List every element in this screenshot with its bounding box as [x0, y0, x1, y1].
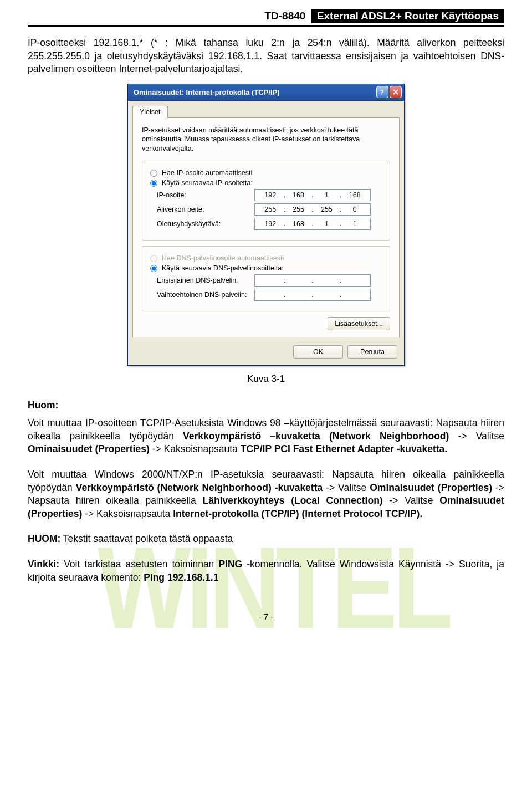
text: -> Kaksoisnapsauta — [85, 508, 173, 519]
tab-strip: Yleiset — [128, 101, 404, 117]
note-p2: Voit muuttaa Windows 2000/NT/XP:n IP-ase… — [28, 468, 504, 521]
text-bold: Ominaisuudet (Properties) — [370, 482, 492, 493]
text-bold: Ominaisuudet (Properties) — [28, 443, 150, 454]
ip-octet[interactable]: 255 — [291, 206, 306, 213]
advanced-button[interactable]: Lisäasetukset... — [328, 317, 390, 330]
ip-octet[interactable]: 168 — [291, 191, 306, 199]
ip-octet[interactable]: 0 — [347, 206, 362, 213]
label-gw: Oletusyhdyskäytävä: — [149, 220, 254, 228]
ip-octet[interactable]: 1 — [319, 220, 334, 228]
ip-octet[interactable]: 255 — [263, 206, 278, 213]
label-dns2: Vaihtoehtoinen DNS-palvelin: — [149, 291, 254, 299]
input-ip[interactable]: 192. 168. 1. 168 — [254, 189, 371, 201]
text: Tekstit saattavat poiketa tästä oppaasta — [63, 533, 233, 544]
text-bold: Internet-protokolla (TCP/IP) (Internet P… — [173, 508, 422, 519]
dialog-intro: IP-asetukset voidaan määrittää automaatt… — [142, 126, 390, 154]
figure-caption: Kuva 3-1 — [28, 374, 504, 385]
header-title: External ADSL2+ Router Käyttöopas — [311, 9, 504, 23]
input-mask[interactable]: 255. 255. 255. 0 — [254, 203, 371, 216]
ip-octet[interactable]: 1 — [319, 191, 334, 199]
input-dns2[interactable]: . . . — [254, 289, 371, 301]
ip-octet[interactable]: 255 — [319, 206, 334, 213]
text: Voit tarkistaa asetusten toiminnan — [64, 559, 218, 570]
text-bold: PING — [218, 559, 242, 570]
label-dns1: Ensisijainen DNS-palvelin: — [149, 277, 254, 284]
ip-group: Hae IP-osoite automaattisesti Käytä seur… — [142, 161, 390, 241]
text-bold: Ping 192.168.1.1 — [144, 572, 218, 583]
text-bold: TCP/IP PCI Fast Ethernet Adapter -kuvake… — [241, 443, 447, 454]
intro-paragraph: IP-osoitteeksi 192.168.1.* (* : Mikä tah… — [28, 37, 504, 76]
radio-manual-ip[interactable]: Käytä seuraavaa IP-osoitetta: — [150, 179, 383, 187]
ip-octet[interactable]: 1 — [347, 220, 362, 228]
row-dns1: Ensisijainen DNS-palvelin: . . . — [149, 274, 383, 287]
svg-text:?: ? — [380, 89, 384, 95]
tab-general[interactable]: Yleiset — [132, 106, 168, 118]
note-p4: Vinkki: Voit tarkistaa asetusten toiminn… — [28, 558, 504, 584]
input-dns1[interactable]: . . . — [254, 274, 371, 287]
text: -> Kaksoisnapsauta — [152, 443, 241, 454]
dialog-footer: OK Peruuta — [128, 342, 404, 365]
row-mask: Aliverkon peite: 255. 255. 255. 0 — [149, 203, 383, 216]
header-rule — [28, 25, 504, 27]
text-bold: Verkkoympäristö –kuvaketta (Network Neig… — [183, 431, 449, 442]
dialog-title: Ominaisuudet: Internet-protokolla (TCP/I… — [134, 88, 375, 96]
radio-manual-ip-input[interactable] — [150, 180, 157, 187]
note-heading: Huom: — [28, 399, 504, 412]
page-header: TD-8840 External ADSL2+ Router Käyttöopa… — [28, 9, 504, 23]
ip-octet[interactable]: 168 — [291, 220, 306, 228]
text-bold: Verkkoympäristö (Network Neighborhood) -… — [76, 482, 323, 493]
radio-auto-dns-label: Hae DNS-palvelinosoite automaattisesti — [162, 254, 284, 262]
note-p3: HUOM: Tekstit saattavat poiketa tästä op… — [28, 533, 504, 546]
text: -> Valitse — [389, 495, 439, 506]
page-content: TD-8840 External ADSL2+ Router Käyttöopa… — [0, 0, 532, 643]
radio-manual-dns-label: Käytä seuraavia DNS-palvelinosoitteita: — [162, 264, 284, 272]
input-gw[interactable]: 192. 168. 1. 1 — [254, 218, 371, 230]
text: -> Valitse — [326, 482, 370, 493]
radio-manual-dns[interactable]: Käytä seuraavia DNS-palvelinosoitteita: — [150, 264, 383, 272]
radio-auto-ip-label: Hae IP-osoite automaattisesti — [162, 169, 252, 177]
note-p1: Voit muuttaa IP-osoitteen TCP/IP-Asetuks… — [28, 417, 504, 456]
text-bold: Vinkki: — [28, 559, 59, 570]
radio-auto-ip[interactable]: Hae IP-osoite automaattisesti — [150, 169, 383, 177]
label-mask: Aliverkon peite: — [149, 206, 254, 213]
radio-manual-ip-label: Käytä seuraavaa IP-osoitetta: — [162, 179, 253, 187]
row-dns2: Vaihtoehtoinen DNS-palvelin: . . . — [149, 289, 383, 301]
ip-octet[interactable]: 192 — [263, 191, 278, 199]
radio-auto-ip-input[interactable] — [150, 170, 157, 177]
text-bold: Lähiverkkoyhteys (Local Connection) — [203, 495, 383, 506]
dialog-figure: Ominaisuudet: Internet-protokolla (TCP/I… — [28, 84, 504, 366]
tab-panel: IP-asetukset voidaan määrittää automaatt… — [132, 117, 400, 338]
note-heading-text: Huom: — [28, 400, 58, 411]
radio-auto-dns: Hae DNS-palvelinosoite automaattisesti — [150, 254, 383, 262]
radio-manual-dns-input[interactable] — [150, 265, 157, 272]
tcpip-dialog: Ominaisuudet: Internet-protokolla (TCP/I… — [127, 84, 405, 366]
ok-button[interactable]: OK — [293, 345, 343, 359]
text: -> Valitse — [458, 431, 504, 442]
label-ip: IP-osoite: — [149, 191, 254, 199]
dns-group: Hae DNS-palvelinosoite automaattisesti K… — [142, 246, 390, 311]
page-number: - 7 - — [28, 612, 504, 621]
text-bold: HUOM: — [28, 533, 60, 544]
cancel-button[interactable]: Peruuta — [347, 345, 397, 359]
row-gw: Oletusyhdyskäytävä: 192. 168. 1. 1 — [149, 218, 383, 230]
close-icon[interactable] — [390, 86, 402, 98]
row-ip: IP-osoite: 192. 168. 1. 168 — [149, 189, 383, 201]
ip-octet[interactable]: 168 — [347, 191, 362, 199]
radio-auto-dns-input — [150, 255, 157, 262]
header-model: TD-8840 — [264, 10, 305, 22]
advanced-row: Lisäasetukset... — [142, 317, 390, 330]
help-icon[interactable]: ? — [376, 86, 388, 98]
dialog-titlebar[interactable]: Ominaisuudet: Internet-protokolla (TCP/I… — [128, 84, 404, 101]
ip-octet[interactable]: 192 — [263, 220, 278, 228]
